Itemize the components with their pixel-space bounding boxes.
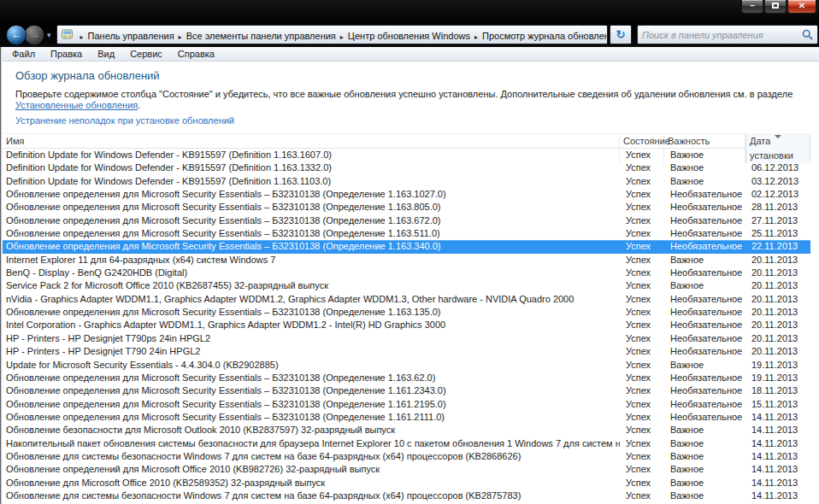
update-status: Успех <box>620 293 664 306</box>
update-status: Успех <box>620 372 664 384</box>
update-date: 20.11.2013 <box>745 279 810 292</box>
update-date: 25.11.2013 <box>745 227 810 240</box>
breadcrumb-item[interactable]: Центр обновления Windows <box>348 31 470 41</box>
update-status: Успех <box>620 463 664 476</box>
update-name: Обновление определения для Microsoft Sec… <box>3 214 620 227</box>
forward-button[interactable]: → <box>24 25 44 45</box>
column-header-status[interactable]: Состояние <box>620 134 664 163</box>
installed-updates-link[interactable]: Установленные обновления <box>15 100 138 110</box>
update-name: Обновление определения для Microsoft Sec… <box>3 240 620 253</box>
menu-bar: ФайлПравкаВидСервисСправка <box>0 47 819 62</box>
update-date: 14.11.2013 <box>745 437 810 450</box>
menu-item[interactable]: Файл <box>4 49 43 59</box>
update-importance: Необязательное <box>664 293 745 306</box>
table-row[interactable]: nVidia - Graphics Adapter WDDM1.1, Graph… <box>3 293 810 306</box>
table-row[interactable]: Обновление определения для Microsoft Sec… <box>3 188 810 201</box>
table-row[interactable]: Internet Explorer 11 для 64-разрядных (x… <box>3 254 810 267</box>
table-row[interactable]: Service Pack 2 for Microsoft Office 2010… <box>3 279 810 292</box>
update-date: 06.12.2013 <box>745 161 810 174</box>
column-header-importance[interactable]: Важность <box>664 134 745 163</box>
minimize-button[interactable]: – <box>741 0 763 14</box>
table-row[interactable]: Update for Microsoft Security Essentials… <box>3 359 810 372</box>
breadcrumb-item[interactable]: Все элементы панели управления <box>186 31 336 41</box>
update-date: 20.11.2013 <box>745 254 810 267</box>
address-bar[interactable]: ▸Панель управления▸Все элементы панели у… <box>56 25 608 44</box>
update-importance: Необязательное <box>664 227 745 240</box>
update-importance: Важное <box>664 359 745 372</box>
update-importance: Важное <box>664 477 745 489</box>
back-button[interactable]: ← <box>6 25 27 45</box>
update-status: Успех <box>620 306 664 319</box>
table-row[interactable]: Обновление определения для Microsoft Sec… <box>3 227 810 240</box>
menu-item[interactable]: Вид <box>90 49 122 59</box>
update-status: Успех <box>620 345 664 358</box>
update-status: Успех <box>620 332 664 345</box>
table-row[interactable]: Обновление определения для Microsoft Sec… <box>3 411 810 424</box>
table-row[interactable]: Обновление определений для Microsoft Off… <box>3 463 810 476</box>
update-status: Успех <box>620 161 664 174</box>
table-row[interactable]: HP - Printers - HP Designjet T790ps 24in… <box>3 332 810 345</box>
update-date: 20.11.2013 <box>745 319 810 331</box>
update-name: Обновление безопасности для Microsoft Ou… <box>3 424 620 437</box>
table-row[interactable]: Обновление для системы безопасности Wind… <box>3 489 810 502</box>
table-row[interactable]: Накопительный пакет обновления системы б… <box>3 437 810 450</box>
update-importance: Необязательное <box>664 306 745 319</box>
table-row[interactable]: Definition Update for Windows Defender -… <box>3 161 810 174</box>
table-row[interactable]: Обновление определения для Microsoft Sec… <box>3 398 810 411</box>
update-importance: Важное <box>664 424 745 437</box>
table-row[interactable]: Обновление безопасности для Microsoft Ou… <box>3 424 810 437</box>
table-row[interactable]: Обновление для Microsoft Office 2010 (KB… <box>3 477 810 489</box>
update-name: Intel Corporation - Graphics Adapter WDD… <box>3 319 620 331</box>
table-row[interactable]: Обновление для системы безопасности Wind… <box>3 450 810 463</box>
description-period: . <box>138 100 140 110</box>
recent-pages-dropdown[interactable]: ▾ <box>44 31 55 39</box>
update-status: Успех <box>620 437 664 450</box>
table-row[interactable]: Intel Corporation - Graphics Adapter WDD… <box>3 319 810 331</box>
update-status: Успех <box>620 477 664 489</box>
maximize-button[interactable] <box>764 0 787 14</box>
table-row[interactable]: Definition Update for Windows Defender -… <box>3 175 810 188</box>
window-controls: – ✕ <box>740 0 816 14</box>
table-row[interactable]: Обновление определения для Microsoft Sec… <box>3 384 810 397</box>
update-status: Успех <box>620 359 664 372</box>
troubleshoot-link[interactable]: Устранение неполадок при установке обнов… <box>15 115 234 126</box>
breadcrumb-arrow-icon: ▸ <box>76 33 88 41</box>
search-icon <box>802 29 813 40</box>
breadcrumb-item[interactable]: Просмотр журнала обновлений <box>482 31 608 41</box>
table-header-row: Имя Состояние Важность Дата установки <box>3 133 810 149</box>
menu-item[interactable]: Сервис <box>122 49 170 59</box>
update-date: 20.11.2013 <box>745 345 810 358</box>
table-row[interactable]: BenQ - Display - BenQ G2420HDB (Digital)… <box>3 267 810 279</box>
table-row[interactable]: HP - Printers - HP Designjet T790 24in H… <box>3 345 810 358</box>
update-date: 28.11.2013 <box>745 201 810 214</box>
update-status: Успех <box>620 214 664 227</box>
update-name: Обновление определения для Microsoft Sec… <box>3 398 620 411</box>
update-date: 14.11.2013 <box>745 477 810 489</box>
update-status: Успех <box>620 319 664 331</box>
table-row[interactable]: Обновление определения для Microsoft Sec… <box>3 214 810 227</box>
table-row[interactable]: Обновление определения для Microsoft Sec… <box>3 306 810 319</box>
update-importance: Важное <box>664 489 745 502</box>
menu-item[interactable]: Справка <box>170 49 222 59</box>
update-importance: Важное <box>664 279 745 292</box>
menu-item[interactable]: Правка <box>43 49 90 59</box>
location-icon <box>62 29 74 40</box>
update-status: Успех <box>620 398 664 411</box>
update-status: Успех <box>620 201 664 214</box>
close-button[interactable]: ✕ <box>787 0 816 14</box>
column-header-name[interactable]: Имя <box>3 134 620 163</box>
refresh-button[interactable]: ↻ <box>610 25 632 44</box>
breadcrumb: ▸Панель управления▸Все элементы панели у… <box>76 27 608 43</box>
breadcrumb-item[interactable]: Панель управления <box>88 31 174 41</box>
update-importance: Важное <box>664 450 745 463</box>
table-row[interactable]: Обновление определения для Microsoft Sec… <box>3 372 810 384</box>
table-row[interactable]: Обновление определения для Microsoft Sec… <box>3 240 810 253</box>
column-header-date[interactable]: Дата установки <box>745 134 810 163</box>
update-importance: Необязательное <box>664 384 745 397</box>
update-importance: Необязательное <box>664 411 745 424</box>
update-status: Успех <box>620 175 664 188</box>
search-input[interactable] <box>642 26 800 43</box>
table-row[interactable]: Обновление определения для Microsoft Sec… <box>3 201 810 214</box>
update-name: Обновление определения для Microsoft Sec… <box>3 201 620 214</box>
update-status: Успех <box>620 424 664 437</box>
